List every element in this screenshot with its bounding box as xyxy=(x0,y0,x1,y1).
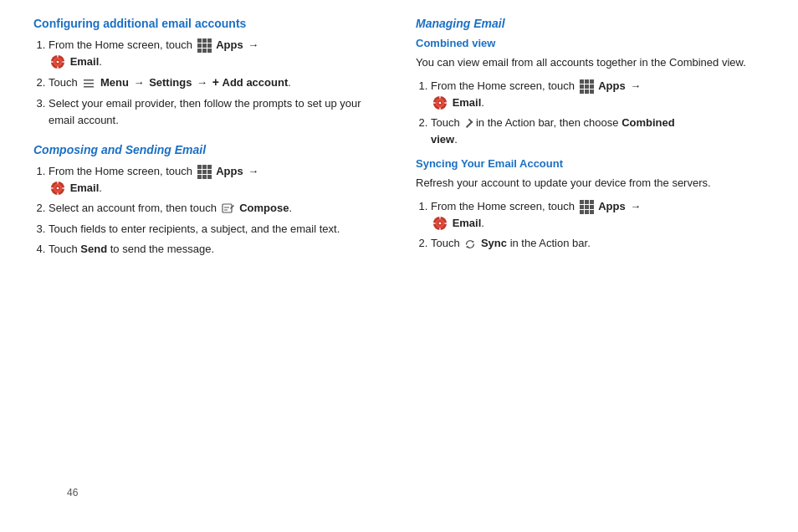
page-number: 46 xyxy=(67,487,78,499)
combined-list: From the Home screen, touch Apps → xyxy=(431,78,765,147)
arrow-icon: → xyxy=(630,79,641,92)
svg-marker-40 xyxy=(466,246,468,248)
step-text: Select your email provider, then follow … xyxy=(49,97,361,126)
list-item: Touch Menu → Settings → + Add account. xyxy=(49,74,382,91)
section-title-configuring: Configuring additional email accounts xyxy=(33,17,382,30)
step-text: From the Home screen, touch xyxy=(431,79,578,92)
menu-icon xyxy=(82,77,95,90)
compose-icon xyxy=(222,202,235,216)
step-text-after: to send the message. xyxy=(110,243,214,255)
svg-point-34 xyxy=(439,223,442,225)
section-title-managing: Managing Email xyxy=(416,17,765,30)
svg-rect-10 xyxy=(84,86,94,88)
email-icon xyxy=(432,95,448,110)
step-text: From the Home screen, touch xyxy=(431,200,578,212)
svg-rect-9 xyxy=(84,83,94,84)
subsection-title-syncing: Syncing Your Email Account xyxy=(416,157,765,170)
arrow-icon: → xyxy=(134,76,148,89)
chevron-icon xyxy=(463,118,473,127)
arrow-icon: → xyxy=(630,200,641,212)
syncing-intro: Refresh your account to update your devi… xyxy=(416,175,765,192)
step-text: Touch xyxy=(49,76,80,89)
left-column: Configuring additional email accounts Fr… xyxy=(33,17,382,273)
list-item: From the Home screen, touch Apps → xyxy=(431,78,765,110)
sync-icon xyxy=(464,238,476,250)
step-text: Touch xyxy=(49,243,80,255)
step-text-after: in the Action bar. xyxy=(510,237,591,249)
apps-label: Apps xyxy=(216,165,243,177)
apps-label: Apps xyxy=(216,38,243,51)
syncing-list: From the Home screen, touch Apps → xyxy=(431,198,765,252)
svg-point-3 xyxy=(57,61,59,64)
email-label: Email xyxy=(70,182,100,194)
email-label: Email xyxy=(453,217,482,229)
menu-label: Menu xyxy=(100,76,129,89)
email-icon xyxy=(50,181,65,196)
apps-icon xyxy=(197,165,212,179)
arrow-icon: → xyxy=(248,165,258,177)
step-text: From the Home screen, touch xyxy=(49,165,196,177)
step-text: Select an account from, then touch xyxy=(49,202,220,214)
configuring-list: From the Home screen, touch Apps → Email… xyxy=(49,37,382,128)
step-text: Touch fields to enter recipients, a subj… xyxy=(49,223,340,235)
email-icon xyxy=(50,54,65,69)
list-item: Touch Sync in the Action bar. xyxy=(431,235,765,252)
composing-list: From the Home screen, touch Apps → Email… xyxy=(49,163,382,258)
combined-intro: You can view email from all accounts tog… xyxy=(416,54,765,71)
right-column: Managing Email Combined view You can vie… xyxy=(416,17,765,273)
subsection-combined: Combined view You can view email from al… xyxy=(416,37,765,147)
step-text: From the Home screen, touch xyxy=(49,38,196,51)
svg-point-14 xyxy=(57,187,59,190)
apps-icon xyxy=(197,38,212,53)
section-configuring: Configuring additional email accounts Fr… xyxy=(33,17,382,128)
section-title-composing: Composing and Sending Email xyxy=(33,143,382,156)
apps-label: Apps xyxy=(598,200,626,212)
svg-rect-8 xyxy=(84,79,94,81)
apps-icon xyxy=(580,200,594,214)
email-label: Email xyxy=(453,96,482,109)
step-text: Touch xyxy=(431,237,463,249)
list-item: From the Home screen, touch Apps → Email… xyxy=(49,163,382,196)
list-item: Touch fields to enter recipients, a subj… xyxy=(49,221,382,238)
list-item: Touch in the Action bar, then choose Com… xyxy=(431,115,765,147)
step-text: in the Action bar, then choose xyxy=(476,116,622,129)
list-item: Touch Send to send the message. xyxy=(49,241,382,258)
arrow-icon: → xyxy=(197,76,211,89)
svg-marker-39 xyxy=(473,241,475,243)
sync-label: Sync xyxy=(481,237,507,249)
subsection-title-combined: Combined view xyxy=(416,37,765,49)
list-item: Select your email provider, then follow … xyxy=(49,95,382,128)
apps-icon xyxy=(580,79,594,94)
email-label: Email xyxy=(70,55,100,68)
email-icon xyxy=(432,216,448,231)
section-managing: Managing Email Combined view You can vie… xyxy=(416,17,765,252)
settings-label: Settings xyxy=(149,76,192,89)
list-item: Select an account from, then touch Compo… xyxy=(49,200,382,217)
compose-label: Compose xyxy=(239,202,289,214)
arrow-icon: → xyxy=(248,38,258,51)
step-text: Touch xyxy=(431,116,463,129)
plus-icon: + xyxy=(212,75,219,89)
list-item: From the Home screen, touch Apps → xyxy=(431,198,765,231)
apps-label: Apps xyxy=(598,79,626,92)
add-label: Add account xyxy=(223,76,289,89)
section-composing: Composing and Sending Email From the Hom… xyxy=(33,143,382,258)
send-label: Send xyxy=(80,243,107,255)
list-item: From the Home screen, touch Apps → Email… xyxy=(49,37,382,69)
svg-point-26 xyxy=(439,102,442,105)
subsection-syncing: Syncing Your Email Account Refresh your … xyxy=(416,157,765,252)
